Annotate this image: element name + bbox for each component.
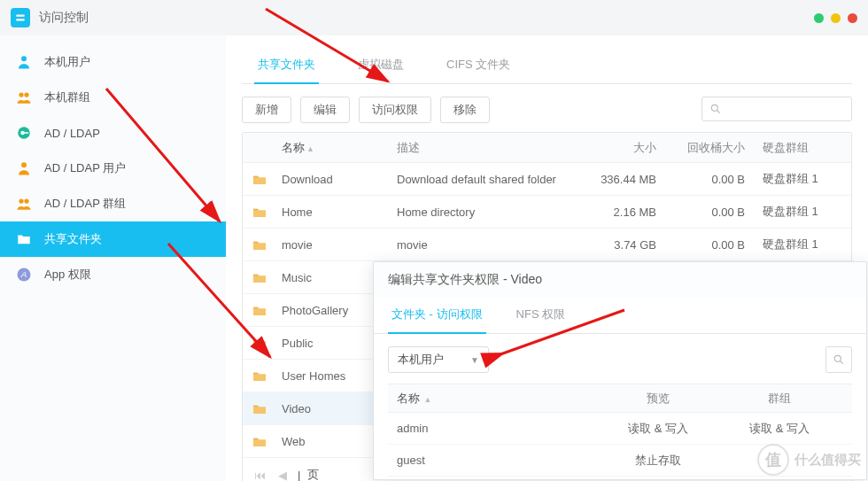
col-desc[interactable]: 描述 bbox=[388, 140, 568, 156]
nav-local-groups[interactable]: 本机群组 bbox=[0, 80, 226, 115]
group-icon bbox=[16, 89, 32, 105]
window-title: 访问控制 bbox=[39, 10, 89, 26]
table-row[interactable]: moviemovie3.74 GB0.00 B硬盘群组 1 bbox=[243, 229, 851, 261]
search-icon bbox=[833, 353, 845, 366]
dialog-tab-folder-perm[interactable]: 文件夹 - 访问权限 bbox=[388, 298, 486, 333]
perm-col-name[interactable]: 名称 ▲ bbox=[388, 391, 583, 407]
app-icon: A bbox=[16, 267, 32, 283]
search-input[interactable] bbox=[701, 97, 852, 121]
svg-rect-1 bbox=[16, 19, 24, 20]
chevron-down-icon: ▼ bbox=[470, 355, 479, 365]
table-row[interactable]: HomeHome directory2.16 MB0.00 B硬盘群组 1 bbox=[243, 196, 851, 229]
titlebar: 访问控制 bbox=[0, 0, 868, 35]
svg-point-2 bbox=[21, 56, 27, 61]
pager-page-label: 页 bbox=[307, 467, 319, 481]
cell-size: 2.16 MB bbox=[568, 206, 665, 219]
tab-cifs[interactable]: CIFS 文件夹 bbox=[443, 48, 514, 83]
cell-name: movie bbox=[273, 238, 388, 252]
cell-name: User Homes bbox=[273, 369, 388, 383]
perm-row[interactable]: admin读取 & 写入读取 & 写入 bbox=[388, 413, 852, 445]
folder-icon bbox=[16, 231, 32, 247]
add-button[interactable]: 新增 bbox=[242, 97, 291, 123]
folder-icon bbox=[252, 370, 267, 383]
search-icon bbox=[709, 103, 722, 115]
perm-col-group[interactable]: 群组 bbox=[733, 391, 825, 407]
watermark: 值 什么值得买 bbox=[757, 444, 861, 476]
svg-point-9 bbox=[19, 198, 23, 203]
svg-rect-0 bbox=[16, 15, 24, 17]
cell-bin: 0.00 B bbox=[665, 238, 754, 252]
sidebar: 本机用户 本机群组 AD / LDAP AD / LDAP 用户 AD / LD… bbox=[0, 35, 226, 481]
dialog-tabs: 文件夹 - 访问权限 NFS 权限 bbox=[374, 298, 866, 334]
edit-button[interactable]: 编辑 bbox=[300, 97, 350, 123]
folder-icon bbox=[252, 337, 267, 350]
col-size[interactable]: 大小 bbox=[568, 140, 665, 156]
nav-label: AD / LDAP 群组 bbox=[44, 196, 126, 212]
folder-icon bbox=[252, 305, 267, 317]
cell-desc: movie bbox=[388, 238, 568, 252]
cell-name: PhotoGallery bbox=[273, 304, 388, 317]
table-row[interactable]: DownloadDownload default shared folder33… bbox=[243, 163, 851, 196]
perm-col-preview[interactable]: 预览 bbox=[583, 391, 733, 407]
col-bin[interactable]: 回收桶大小 bbox=[665, 140, 754, 156]
window-controls bbox=[814, 13, 857, 23]
cell-size: 336.44 MB bbox=[568, 173, 665, 186]
user-icon bbox=[16, 54, 32, 70]
permissions-button[interactable]: 访问权限 bbox=[359, 97, 431, 123]
cell-desc: Home directory bbox=[388, 206, 568, 219]
tab-virtual-disk[interactable]: 虚拟磁盘 bbox=[354, 48, 407, 83]
watermark-badge: 值 bbox=[757, 444, 789, 476]
dialog-tab-nfs[interactable]: NFS 权限 bbox=[513, 298, 570, 333]
pager-divider: | bbox=[298, 469, 300, 482]
nav-label: App 权限 bbox=[44, 267, 91, 283]
cell-name: Home bbox=[273, 206, 388, 219]
maximize-dot[interactable] bbox=[831, 13, 841, 23]
cell-name: Public bbox=[273, 337, 388, 350]
svg-point-19 bbox=[834, 355, 841, 361]
nav-ad-ldap-groups[interactable]: AD / LDAP 群组 bbox=[0, 186, 226, 221]
dialog-search-button[interactable] bbox=[825, 346, 852, 373]
minimize-dot[interactable] bbox=[814, 13, 824, 23]
tab-shared-folders[interactable]: 共享文件夹 bbox=[254, 48, 319, 83]
svg-point-8 bbox=[21, 162, 27, 167]
user-type-select[interactable]: 本机用户 ▼ bbox=[388, 346, 489, 373]
svg-text:A: A bbox=[20, 269, 27, 279]
cell-name: Web bbox=[273, 435, 388, 448]
cell-group: 硬盘群组 1 bbox=[754, 237, 851, 252]
perm-cell-group: 读取 & 写入 bbox=[733, 421, 825, 437]
nav-shared-folders[interactable]: 共享文件夹 bbox=[0, 221, 226, 257]
nav-app-permissions[interactable]: A App 权限 bbox=[0, 257, 226, 292]
svg-point-10 bbox=[24, 198, 28, 203]
nav-label: 本机用户 bbox=[44, 54, 90, 70]
cell-bin: 0.00 B bbox=[665, 173, 754, 186]
folder-icon bbox=[252, 403, 267, 415]
nav-label: 共享文件夹 bbox=[44, 231, 102, 247]
col-name[interactable]: 名称▲ bbox=[273, 140, 388, 156]
nav-label: 本机群组 bbox=[44, 89, 90, 105]
svg-point-13 bbox=[711, 105, 717, 111]
svg-point-4 bbox=[24, 92, 28, 97]
perm-cell-preview: 禁止存取 bbox=[583, 453, 733, 469]
pager-prev-icon[interactable]: ◀ bbox=[275, 467, 291, 481]
col-group[interactable]: 硬盘群组 bbox=[754, 140, 851, 156]
nav-ad-ldap[interactable]: AD / LDAP bbox=[0, 115, 226, 151]
close-dot[interactable] bbox=[848, 13, 857, 23]
nav-local-users[interactable]: 本机用户 bbox=[0, 44, 226, 80]
app-icon bbox=[11, 8, 30, 27]
cell-name: Video bbox=[273, 402, 388, 415]
folder-icon bbox=[252, 174, 267, 186]
sort-asc-icon: ▲ bbox=[422, 395, 431, 404]
key-icon bbox=[16, 125, 32, 141]
nav-label: AD / LDAP bbox=[44, 127, 100, 140]
remove-button[interactable]: 移除 bbox=[440, 97, 490, 123]
pager-first-icon[interactable]: ⏮ bbox=[252, 467, 267, 481]
folder-icon bbox=[252, 272, 267, 284]
perm-cell-preview: 读取 & 写入 bbox=[583, 421, 733, 437]
svg-line-14 bbox=[717, 111, 720, 113]
table-header: 名称▲ 描述 大小 回收桶大小 硬盘群组 bbox=[243, 133, 851, 163]
watermark-text: 什么值得买 bbox=[794, 452, 861, 469]
svg-rect-7 bbox=[24, 132, 28, 134]
folder-icon bbox=[252, 436, 267, 448]
nav-ad-ldap-users[interactable]: AD / LDAP 用户 bbox=[0, 151, 226, 186]
dialog-title: 编辑共享文件夹权限 - Video bbox=[374, 262, 866, 298]
